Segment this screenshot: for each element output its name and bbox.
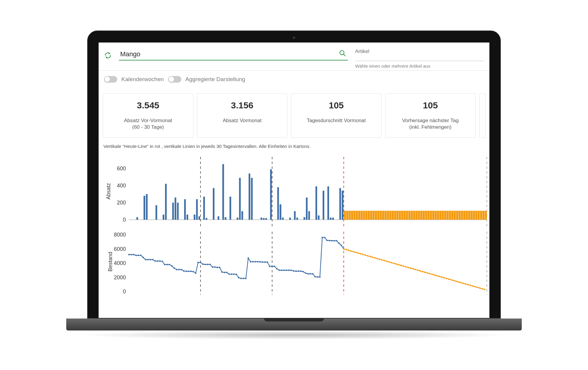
- svg-rect-67: [365, 211, 367, 220]
- svg-rect-101: [447, 211, 449, 220]
- svg-rect-72: [377, 211, 379, 220]
- svg-rect-22: [194, 215, 195, 220]
- svg-rect-107: [461, 211, 463, 220]
- svg-rect-91: [423, 211, 425, 220]
- svg-line-1: [343, 54, 345, 56]
- refresh-icon[interactable]: [104, 51, 112, 59]
- kpi-value: 105: [294, 100, 378, 110]
- svg-rect-83: [404, 211, 406, 220]
- svg-rect-97: [437, 211, 439, 220]
- svg-rect-59: [346, 211, 348, 220]
- article-selector[interactable]: Artikel Wähle einen oder mehrere Artikel…: [355, 48, 484, 69]
- kpi-label: Tagesdurschnitt Vormonat: [294, 117, 378, 124]
- svg-rect-100: [444, 211, 446, 220]
- svg-rect-31: [230, 197, 231, 220]
- kpi-label: Vorhersage nächster Tag: [388, 117, 472, 124]
- svg-rect-106: [459, 211, 461, 220]
- app-screen: Artikel Wähle einen oder mehrere Artikel…: [99, 43, 489, 318]
- svg-rect-96: [435, 211, 437, 220]
- svg-rect-20: [184, 199, 186, 220]
- svg-rect-18: [175, 198, 177, 220]
- laptop-base: [66, 319, 522, 330]
- svg-text:600: 600: [117, 165, 126, 171]
- svg-rect-44: [289, 218, 291, 220]
- svg-rect-58: [344, 211, 346, 220]
- kpi-card: 105 Vorhersage nächster Tag (inkl. Fehlm…: [385, 93, 476, 138]
- search-input[interactable]: [119, 48, 348, 60]
- kpi-card-more[interactable]: [479, 93, 486, 138]
- svg-rect-114: [478, 211, 480, 220]
- article-label: Artikel: [355, 48, 484, 54]
- svg-rect-94: [430, 211, 432, 220]
- svg-rect-53: [327, 186, 329, 219]
- svg-rect-108: [463, 211, 465, 220]
- svg-rect-71: [375, 211, 377, 220]
- svg-rect-32: [237, 218, 239, 220]
- kpi-label: Absatz Vormonat: [200, 117, 284, 124]
- svg-rect-40: [270, 169, 272, 220]
- svg-rect-21: [186, 215, 188, 220]
- laptop-frame: Artikel Wähle einen oder mehrere Artikel…: [87, 31, 501, 339]
- svg-rect-16: [165, 184, 167, 220]
- svg-rect-24: [198, 216, 200, 219]
- svg-rect-89: [418, 211, 420, 220]
- svg-rect-88: [415, 211, 417, 220]
- svg-rect-43: [282, 218, 284, 220]
- svg-rect-76: [387, 211, 389, 220]
- svg-text:0: 0: [123, 289, 126, 295]
- svg-text:8000: 8000: [114, 232, 126, 238]
- svg-text:4000: 4000: [114, 260, 126, 266]
- svg-rect-103: [451, 211, 453, 220]
- svg-rect-115: [480, 211, 482, 220]
- charts: Absatz 0200400600 Bestand 02000400060008…: [99, 151, 489, 295]
- toggle-aggregiert-label: Aggregierte Darstellung: [186, 76, 245, 83]
- svg-rect-69: [370, 211, 372, 220]
- svg-rect-70: [373, 211, 375, 220]
- svg-rect-35: [249, 174, 251, 220]
- kpi-card: 3.156 Absatz Vormonat: [197, 93, 287, 138]
- chart-caption: Vertikale "Heute-Line" in rot , vertikal…: [99, 141, 489, 151]
- svg-rect-74: [382, 211, 384, 220]
- svg-rect-85: [408, 211, 410, 220]
- svg-text:0: 0: [123, 217, 126, 223]
- svg-rect-47: [304, 217, 305, 220]
- svg-rect-36: [251, 178, 253, 220]
- search-wrap: [119, 48, 348, 65]
- svg-rect-81: [399, 211, 401, 220]
- svg-rect-57: [342, 191, 343, 220]
- toggle-aggregiert[interactable]: [168, 76, 181, 83]
- view-toggles: Kalenderwochen Aggregierte Darstellung: [99, 71, 489, 86]
- svg-rect-45: [294, 211, 296, 220]
- svg-rect-13: [146, 194, 148, 220]
- kpi-value: 3.156: [200, 100, 284, 110]
- svg-rect-52: [322, 191, 324, 220]
- toggle-kalenderwochen[interactable]: [104, 76, 117, 83]
- svg-rect-116: [482, 211, 484, 220]
- svg-rect-56: [339, 188, 341, 220]
- bestand-svg: 02000400060008000: [100, 229, 487, 295]
- svg-rect-113: [475, 211, 477, 220]
- svg-rect-14: [156, 205, 157, 220]
- svg-rect-19: [177, 203, 179, 220]
- svg-rect-92: [425, 211, 427, 220]
- svg-rect-78: [392, 211, 394, 220]
- svg-rect-25: [203, 197, 205, 220]
- svg-rect-80: [396, 211, 399, 220]
- kpi-value: 105: [388, 100, 472, 110]
- search-icon[interactable]: [339, 50, 346, 57]
- svg-rect-109: [466, 211, 468, 220]
- svg-rect-117: [485, 211, 487, 220]
- svg-rect-30: [225, 217, 227, 220]
- svg-rect-27: [213, 188, 215, 220]
- svg-rect-86: [411, 211, 413, 220]
- svg-rect-64: [358, 211, 360, 220]
- svg-rect-55: [332, 218, 334, 220]
- svg-rect-50: [316, 186, 317, 219]
- svg-rect-77: [389, 211, 391, 220]
- svg-rect-104: [454, 211, 456, 220]
- svg-rect-34: [242, 211, 243, 220]
- svg-rect-48: [306, 198, 308, 220]
- svg-rect-49: [308, 211, 310, 220]
- svg-rect-42: [280, 204, 281, 219]
- kpi-cards: 3.545 Absatz Vor-Vormonat (60 - 30 Tage)…: [99, 86, 489, 141]
